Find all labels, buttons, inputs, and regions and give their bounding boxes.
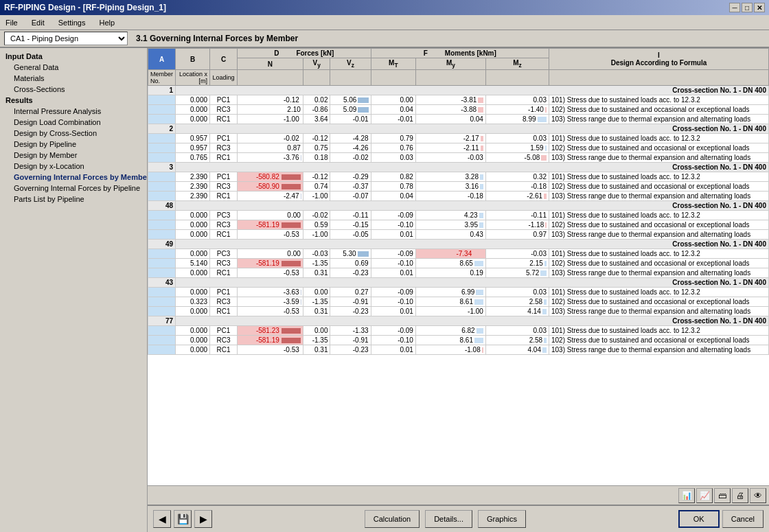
nav-forward-button[interactable]: ▶: [194, 510, 212, 528]
data-table: A B C D Forces [kN] F Moments [kNm] IDes…: [148, 48, 769, 355]
row-location: 0.000: [176, 336, 210, 345]
cancel-button[interactable]: Cancel: [722, 510, 764, 528]
col-my-header: My: [415, 58, 485, 70]
row-Vy: -1.00: [303, 192, 330, 201]
table-toolbar: 📊 📈 🗃 🖨 👁: [148, 485, 769, 505]
sidebar-item-design-member[interactable]: Design by Member: [0, 150, 147, 161]
row-formula: 103) Stress range due to thermal expansi…: [549, 192, 769, 201]
table-area[interactable]: A B C D Forces [kN] F Moments [kNm] IDes…: [148, 48, 769, 485]
minimize-button[interactable]: ─: [729, 3, 740, 12]
row-location: 2.390: [176, 172, 210, 182]
row-member: [148, 115, 176, 124]
module-selector[interactable]: CA1 - Piping Design: [4, 32, 128, 45]
row-MT: -0.10: [371, 220, 415, 230]
row-Vz: -0.11: [330, 211, 371, 220]
table-row: 0.000PC30.00-0.035.30-0.09-7.34-0.03101)…: [148, 249, 769, 259]
row-member: [148, 143, 176, 153]
row-formula: 101) Stress due to sustained loads acc. …: [549, 172, 769, 182]
main-container: CA1 - Piping Design 3.1 Governing Intern…: [0, 30, 769, 532]
row-formula: 103) Stress range due to thermal expansi…: [549, 230, 769, 240]
col-member-subheader: Member No.: [148, 70, 176, 86]
toolbar-btn-5[interactable]: 👁: [750, 488, 766, 503]
row-loading: RC3: [210, 259, 238, 268]
table-row: 0.000RC1-0.530.31-0.230.01-1.084.04103) …: [148, 345, 769, 355]
close-button[interactable]: ✕: [754, 3, 765, 12]
section-label: Cross-section No. 1 - DN 400: [176, 124, 769, 134]
menu-file[interactable]: File: [3, 17, 21, 28]
bottom-center: Calculation Details... Graphics: [365, 510, 526, 528]
sidebar-item-design-load[interactable]: Design Load Combination: [0, 117, 147, 128]
row-Mz: -1.18: [485, 220, 549, 230]
menu-settings[interactable]: Settings: [56, 17, 89, 28]
sidebar-item-design-pipeline[interactable]: Design by Pipeline: [0, 139, 147, 150]
row-Mz: -0.18: [485, 182, 549, 192]
calculation-button[interactable]: Calculation: [365, 510, 420, 528]
row-Vy: 3.64: [303, 115, 330, 124]
row-member: [148, 307, 176, 316]
nav-save-button[interactable]: 💾: [174, 510, 192, 528]
row-Vy: -0.03: [303, 249, 330, 259]
row-Vz: -1.33: [330, 326, 371, 336]
row-MT: 0.01: [371, 307, 415, 316]
row-Vz: -0.23: [330, 345, 371, 355]
row-MT: -0.10: [371, 259, 415, 268]
sidebar-item-materials[interactable]: Materials: [0, 73, 147, 84]
row-Mz: 0.32: [485, 172, 549, 182]
row-My: -2.11: [415, 143, 485, 153]
sidebar-item-design-cross[interactable]: Design by Cross-Section: [0, 128, 147, 139]
row-formula: 103) Stress range due to thermal expansi…: [549, 307, 769, 316]
row-location: 5.140: [176, 259, 210, 268]
member-number: 49: [148, 240, 176, 249]
sidebar-input-header[interactable]: Input Data: [0, 51, 147, 62]
maximize-button[interactable]: □: [742, 3, 753, 12]
row-loading: RC3: [210, 220, 238, 230]
menu-help[interactable]: Help: [96, 17, 117, 28]
ok-button[interactable]: OK: [678, 510, 720, 528]
row-MT: 0.04: [371, 105, 415, 115]
row-Vy: -0.12: [303, 134, 330, 143]
row-loading: PC1: [210, 95, 238, 105]
titlebar-title: RF-PIPING Design - [RF-Piping Design_1]: [4, 3, 166, 12]
toolbar-btn-4[interactable]: 🖨: [732, 488, 748, 503]
row-MT: 0.00: [371, 95, 415, 105]
row-My: 0.04: [415, 115, 485, 124]
module-title: 3.1 Governing Internal Forces by Member: [136, 34, 298, 43]
sidebar-item-cross-sections[interactable]: Cross-Sections: [0, 84, 147, 95]
row-My: 8.61: [415, 336, 485, 345]
row-location: 0.000: [176, 288, 210, 297]
row-MT: 0.03: [371, 153, 415, 163]
row-Vy: 0.75: [303, 143, 330, 153]
sidebar-results-header[interactable]: Results: [0, 95, 147, 106]
details-button[interactable]: Details...: [425, 510, 472, 528]
toolbar-btn-3[interactable]: 🗃: [714, 488, 731, 503]
row-N: 0.00: [238, 211, 303, 220]
row-location: 0.000: [176, 220, 210, 230]
row-loading: RC1: [210, 230, 238, 240]
row-location: 0.000: [176, 230, 210, 240]
sidebar-item-gov-forces-pipeline[interactable]: Governing Internal Forces by Pipeline: [0, 183, 147, 194]
row-Vz: -0.37: [330, 182, 371, 192]
toolbar-btn-2[interactable]: 📈: [696, 488, 713, 503]
row-MT: -0.09: [371, 288, 415, 297]
row-Vy: 0.00: [303, 288, 330, 297]
titlebar: RF-PIPING Design - [RF-Piping Design_1] …: [0, 0, 769, 15]
graphics-button[interactable]: Graphics: [478, 510, 526, 528]
row-Mz: -0.03: [485, 249, 549, 259]
row-MT: 0.01: [371, 345, 415, 355]
toolbar-btn-1[interactable]: 📊: [678, 488, 695, 503]
col-moments-header: F Moments [kNm]: [371, 49, 549, 58]
table-row: 0.000RC3-581.190.59-0.15-0.103.95-1.1810…: [148, 220, 769, 230]
row-member: [148, 268, 176, 278]
sidebar-item-general-data[interactable]: General Data: [0, 62, 147, 73]
row-Mz: -1.40: [485, 105, 549, 115]
menu-edit[interactable]: Edit: [29, 17, 47, 28]
row-My: -1.08: [415, 345, 485, 355]
nav-back-button[interactable]: ◀: [153, 510, 171, 528]
row-member: [148, 297, 176, 307]
sidebar-item-parts-list[interactable]: Parts List by Pipeline: [0, 194, 147, 205]
row-My: -3.88: [415, 105, 485, 115]
member-number: 43: [148, 278, 176, 288]
sidebar-item-gov-forces-member[interactable]: Governing Internal Forces by Member: [0, 172, 147, 183]
sidebar-item-internal-pressure[interactable]: Internal Pressure Analysis: [0, 106, 147, 117]
sidebar-item-design-xloc[interactable]: Design by x-Location: [0, 161, 147, 172]
